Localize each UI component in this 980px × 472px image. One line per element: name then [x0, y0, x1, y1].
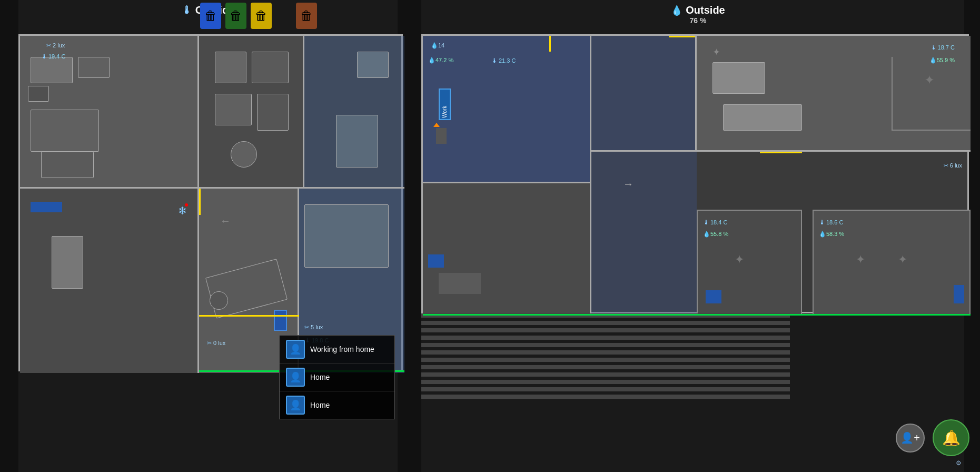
right-room-bottomleft: [423, 183, 591, 315]
add-person-icon: 👤+: [900, 431, 920, 444]
wall-device: [436, 128, 447, 144]
furniture-monitor: [78, 57, 110, 78]
fan-sub2b: ✦: [898, 253, 907, 267]
notification-button[interactable]: 🔔: [933, 419, 969, 456]
device-small: [274, 310, 287, 331]
furniture-tr2: [336, 115, 378, 168]
right-topleft-humidity-pct: 💧47.2 %: [428, 57, 453, 64]
right-topright-humidity: 💧55.9 %: [929, 57, 955, 64]
speaker: [210, 291, 228, 310]
bottom-controls: 👤+ 🔔: [896, 419, 969, 456]
furniture-br1: [304, 204, 389, 268]
br-sub1-temp: 🌡18.4 C: [703, 219, 727, 226]
version-icon: ⚙: [956, 459, 962, 467]
striped-parking-area: [421, 313, 790, 414]
notif-text-2: Home: [310, 401, 330, 409]
fan-icon: ✦: [924, 73, 935, 87]
furniture-couch: [31, 110, 99, 152]
notif-item-1[interactable]: 👤 Home: [280, 363, 394, 391]
door-yellow-top1: [549, 36, 551, 52]
ac-red-dot: [185, 203, 188, 206]
right-outside-humidity: 76 %: [690, 16, 707, 25]
trash-icons-container: 🗑 🗑 🗑 🗑: [200, 3, 317, 29]
notif-text-0: Working from home: [310, 345, 374, 353]
arrow-left: ←: [220, 215, 231, 227]
furniture-rbl1: [439, 273, 481, 294]
right-room-topright: 🌡18.7 C 💧55.9 % ✦ ✦: [697, 36, 971, 152]
stripe-5: [421, 343, 790, 347]
trash-yellow[interactable]: 🗑: [251, 3, 272, 29]
door-line-2: [199, 315, 299, 317]
notif-text-1: Home: [310, 373, 330, 381]
notif-icon-2: 👤: [286, 396, 305, 415]
stripe-6: [421, 350, 790, 355]
door-yellow-mid: [760, 152, 802, 153]
notif-icon-1: 👤: [286, 368, 305, 387]
fan-sub1: ✦: [735, 253, 744, 267]
topleft-temp-label: 🌡19.4 C: [41, 53, 65, 60]
work-label: Work: [439, 88, 451, 120]
green-line-right: [423, 314, 971, 316]
right-outside-label: Outside: [686, 4, 725, 16]
fan-unit-1: ✦: [712, 46, 720, 58]
right-panel-left-bar: [416, 0, 421, 472]
stripe-9: [421, 372, 790, 377]
device-sub2: [954, 285, 964, 303]
fan-sub2: ✦: [856, 253, 865, 267]
stripe-2: [421, 321, 790, 325]
appliance-2: [252, 52, 289, 83]
right-corridor: →: [591, 152, 697, 315]
right-topleft-humidity-val: 💧14: [431, 42, 444, 49]
furniture-bl1: [52, 236, 83, 289]
stripe-3: [421, 328, 790, 332]
trash-green[interactable]: 🗑: [225, 3, 246, 29]
right-topleft-temp: 🌡21.3 C: [491, 57, 516, 64]
bottommid-lux-label: ✂ 0 lux: [207, 340, 225, 347]
left-room-bottomleft: ❄: [20, 189, 199, 373]
furniture-table: [41, 152, 94, 178]
left-room-topleft: ✂ 2 lux 🌡19.4 C: [20, 36, 199, 189]
notif-item-0[interactable]: 👤 Working from home: [280, 336, 394, 363]
bell-icon: 🔔: [942, 429, 961, 447]
add-person-button[interactable]: 👤+: [896, 424, 925, 453]
right-room-br-sub2: 🌡18.6 C 💧58.3 % ✦ ✦: [813, 210, 971, 315]
appliance-4: [257, 94, 289, 131]
right-outside-header: 💧 Outside 76 %: [671, 4, 725, 25]
sub-room-tr: ✦: [892, 57, 971, 131]
right-topright-temp: 🌡18.7 C: [930, 44, 955, 51]
left-room-topright: [304, 36, 404, 189]
appliance-round: [231, 141, 257, 168]
stripe-11: [421, 387, 790, 391]
furniture-tr1: [357, 52, 389, 78]
right-room-br-sub1: 🌡18.4 C 💧55.8 % ✦: [697, 210, 802, 315]
trash-brown[interactable]: 🗑: [296, 3, 317, 29]
notification-popup: 👤 Working from home 👤 Home 👤 Home: [279, 335, 395, 419]
ac-sub1: [706, 290, 721, 303]
left-dark-bar: [0, 0, 18, 472]
left-floor-plan: ✂ 2 lux 🌡19.4 C: [18, 34, 403, 371]
stripe-8: [421, 365, 790, 369]
stripe-12: [421, 395, 790, 399]
trash-blue[interactable]: 🗑: [200, 3, 221, 29]
furniture-desk: [31, 57, 73, 83]
left-room-topmid: [199, 36, 304, 189]
right-room-topmid: [591, 36, 697, 152]
arrow-right: →: [623, 178, 633, 190]
ac-unit: [31, 202, 62, 212]
right-lux-label: ✂ 6 lux: [944, 162, 962, 169]
furniture-rtr2: [723, 104, 802, 131]
stripe-4: [421, 336, 790, 340]
furniture-speaker: [28, 86, 49, 102]
notif-item-2[interactable]: 👤 Home: [280, 391, 394, 419]
left-panel: 🌡 Outside 10 C 🗑 🗑 🗑 🗑 ✂ 2 lux 🌡19.4 C: [0, 0, 416, 472]
right-panel: 💧 Outside 76 % 💧14 💧47.2 % 🌡21.3 C Work: [416, 0, 980, 472]
topleft-lux-label: ✂ 2 lux: [46, 42, 65, 49]
stripe-7: [421, 358, 790, 362]
device-bl: [428, 254, 444, 268]
appliance-3: [215, 94, 252, 125]
stripe-10: [421, 380, 790, 384]
br-sub2-humidity: 💧58.3 %: [819, 231, 844, 238]
br-sub1-humidity: 💧55.8 %: [703, 231, 728, 238]
appliance-1: [215, 52, 246, 83]
yellow-marker-top: [669, 36, 695, 37]
